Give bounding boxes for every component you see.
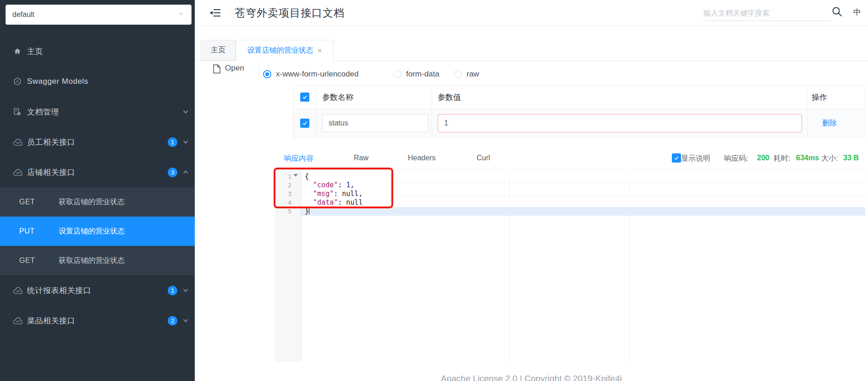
param-value-input[interactable] xyxy=(438,114,802,132)
line-numbers: 12345 xyxy=(275,172,291,216)
param-action-cell: 删除 xyxy=(808,109,865,137)
svg-text:API: API xyxy=(16,141,20,144)
http-method-label: GET xyxy=(19,256,59,265)
file-icon xyxy=(213,64,221,76)
row-checkbox[interactable] xyxy=(300,119,309,128)
sidebar-item-label: 员工相关接口 xyxy=(27,137,75,147)
code-line: "code": 1, xyxy=(305,181,363,190)
chevron-down-icon xyxy=(182,138,189,148)
http-method-label: GET xyxy=(19,198,59,206)
tab-home[interactable]: 主页 xyxy=(201,40,236,60)
code-token: : xyxy=(334,190,342,198)
sidebar-operation-item[interactable]: GET获取店铺的营业状态 xyxy=(0,187,195,217)
sidebar-item[interactable]: 主页 xyxy=(0,36,195,66)
select-all-checkbox[interactable] xyxy=(300,93,309,102)
api-cloud-icon: API xyxy=(13,316,23,325)
operation-label: 获取店铺的营业状态 xyxy=(59,197,125,207)
divider xyxy=(259,62,259,77)
language-switch[interactable]: 中 xyxy=(853,7,861,17)
sidebar-operation-item[interactable]: PUT设置店铺的营业状态 xyxy=(0,217,195,246)
radio-icon xyxy=(263,70,271,78)
response-code-editor[interactable]: 12345 { "code": 1, "msg": null, "data": … xyxy=(275,170,865,362)
svg-text:API: API xyxy=(16,171,20,174)
knife4j-app: default 主页Swagger Models文档管理API员工相关接口1AP… xyxy=(0,0,868,381)
code-token: null xyxy=(346,198,363,207)
api-cloud-icon: API xyxy=(13,168,23,177)
delete-param-link[interactable]: 删除 xyxy=(808,119,837,128)
sidebar-item[interactable]: 文档管理 xyxy=(0,97,195,127)
menu-fold-icon[interactable] xyxy=(209,7,221,18)
doc-manage-icon xyxy=(13,107,23,116)
page-title: 苍穹外卖项目接口文档 xyxy=(235,6,345,20)
sidebar-item[interactable]: API统计报表相关接口1 xyxy=(0,275,195,305)
grid-line xyxy=(629,170,630,361)
row-checkbox-cell xyxy=(294,109,316,137)
search-icon[interactable] xyxy=(831,6,842,19)
sidebar-item[interactable]: Swagger Models xyxy=(0,66,195,97)
code-line: { xyxy=(305,172,363,181)
param-value-cell xyxy=(432,109,808,137)
sidebar: default 主页Swagger Models文档管理API员工相关接口1AP… xyxy=(0,0,195,381)
code-line: } xyxy=(305,207,363,216)
sidebar-item-label: 主页 xyxy=(27,46,43,57)
sidebar-item[interactable]: API菜品相关接口2 xyxy=(0,305,195,336)
group-select-value: default xyxy=(12,11,34,19)
sidebar-operation-item[interactable]: GET获取店铺的营业状态 xyxy=(0,246,195,275)
code-lines: { "code": 1, "msg": null, "data": null} xyxy=(305,172,363,216)
elapsed-value: 634ms xyxy=(796,154,819,162)
sidebar-menu: 主页Swagger Models文档管理API员工相关接口1API店铺相关接口3… xyxy=(0,36,195,336)
code-token: null xyxy=(342,190,358,198)
home-icon xyxy=(13,47,23,56)
api-group-select[interactable]: default xyxy=(5,5,192,25)
col-header-param-value: 参数值 xyxy=(432,86,808,109)
size-value: 33 B xyxy=(843,154,859,162)
response-tab-content[interactable]: 响应内容 xyxy=(284,154,313,163)
count-badge: 1 xyxy=(168,286,177,295)
code-token: "msg" xyxy=(305,190,334,198)
code-token: , xyxy=(350,181,354,189)
show-description-checkbox[interactable] xyxy=(672,153,681,163)
radio-label: form-data xyxy=(406,70,439,79)
body-type-radio[interactable]: x-www-form-urlencoded xyxy=(263,70,358,79)
radio-icon xyxy=(393,70,401,78)
response-tab-raw[interactable]: Raw xyxy=(354,154,368,162)
tab-set-shop-status[interactable]: 设置店铺的营业状态 × xyxy=(236,40,334,61)
grid-line xyxy=(509,170,510,361)
fold-arrow-icon[interactable] xyxy=(293,174,298,177)
code-token: } xyxy=(305,207,309,215)
body-type-radio[interactable]: form-data xyxy=(393,70,439,79)
radio-label: raw xyxy=(467,70,479,79)
col-header-param-name: 参数名称 xyxy=(316,86,432,109)
code-token: "code" xyxy=(305,181,338,189)
line-number: 3 xyxy=(275,190,291,198)
col-header-action: 操作 xyxy=(808,86,865,109)
svg-text:API: API xyxy=(16,320,20,322)
api-cloud-icon: API xyxy=(13,137,23,147)
body-type-radio[interactable]: raw xyxy=(454,70,479,79)
close-icon[interactable]: × xyxy=(318,46,322,55)
header-checkbox-cell xyxy=(294,86,316,109)
tab-label: 主页 xyxy=(211,45,225,55)
sidebar-item[interactable]: API店铺相关接口3 xyxy=(0,157,195,187)
operation-label: 设置店铺的营业状态 xyxy=(59,227,125,236)
tab-label: 设置店铺的营业状态 xyxy=(247,46,313,55)
sidebar-item[interactable]: API员工相关接口1 xyxy=(0,127,195,157)
open-file-button[interactable]: Open xyxy=(225,64,244,73)
response-tab-headers[interactable]: Headers xyxy=(408,154,435,162)
count-badge: 1 xyxy=(168,137,177,147)
radio-label: x-www-form-urlencoded xyxy=(276,70,358,79)
response-tab-curl[interactable]: Curl xyxy=(477,154,490,162)
elapsed-label: 耗时: xyxy=(774,154,790,163)
footer-license: Apache License 2.0 | Copyright © 2019-Kn… xyxy=(195,373,868,381)
sidebar-item-label: 文档管理 xyxy=(27,107,59,117)
chevron-down-icon xyxy=(177,10,185,19)
search-input[interactable] xyxy=(703,5,831,21)
line-number: 4 xyxy=(275,198,291,207)
status-code-label: 响应码: xyxy=(724,154,748,163)
count-badge: 3 xyxy=(168,168,177,177)
status-code-value: 200 xyxy=(757,154,769,162)
text-cursor xyxy=(309,207,309,214)
code-token: { xyxy=(305,172,309,180)
param-name-input[interactable] xyxy=(322,114,429,132)
code-token: : xyxy=(338,181,346,189)
